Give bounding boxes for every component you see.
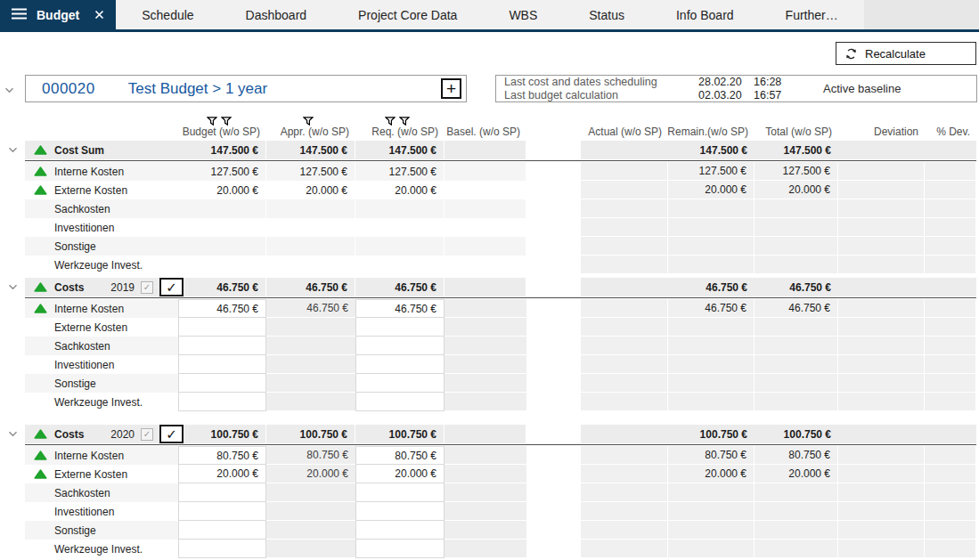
column-gap: [526, 540, 581, 558]
info-label: Last budget calculation: [504, 89, 698, 101]
approval-checkbox[interactable]: ✓: [159, 278, 184, 296]
cell-pdev: [925, 337, 976, 355]
expand-chevron-icon[interactable]: [8, 284, 18, 290]
recalculate-button[interactable]: Recalculate: [836, 42, 976, 65]
column-header-appr[interactable]: Appr. (w/o SP): [266, 107, 355, 141]
cell-total: 46.750 €: [755, 278, 838, 296]
column-gap: [526, 278, 581, 296]
cell-appr: 20.000 €: [266, 181, 355, 199]
tab-budget[interactable]: Budget: [0, 0, 116, 29]
cell-actual: [581, 521, 668, 540]
cell-budget[interactable]: [178, 318, 266, 337]
cell-req[interactable]: 20.000 €: [355, 465, 445, 483]
tab-status[interactable]: Status: [563, 0, 650, 29]
cell-req[interactable]: [355, 374, 445, 393]
column-header-req[interactable]: Req. (w/o SP): [355, 107, 445, 141]
project-info-grid: Last cost and dates scheduling 28.02.20 …: [504, 76, 796, 101]
cell-budget[interactable]: [178, 374, 266, 393]
column-header-total[interactable]: Total (w/o SP): [755, 107, 838, 141]
cell-deviation: [838, 465, 925, 483]
column-header-actual[interactable]: Actual (w/o SP): [581, 107, 668, 141]
hamburger-icon[interactable]: [12, 8, 27, 22]
project-name[interactable]: Test Budget > 1 year: [128, 80, 267, 98]
cell-actual: [581, 278, 668, 296]
column-label: Req. (w/o SP): [371, 126, 438, 138]
cell-req[interactable]: [355, 393, 445, 411]
cell-req[interactable]: [355, 355, 445, 374]
cell-req[interactable]: 80.750 €: [355, 446, 445, 465]
cell-req: [355, 256, 445, 274]
column-gap: [526, 483, 581, 502]
column-header-basel[interactable]: Basel. (w/o SP): [445, 107, 526, 141]
row-gutter: [0, 521, 25, 540]
row-gutter: [0, 181, 25, 199]
column-header-deviation[interactable]: Deviation: [838, 107, 925, 141]
tab-wbs[interactable]: WBS: [483, 0, 563, 29]
table-row: Sachkosten: [0, 483, 976, 502]
cell-total: 147.500 €: [755, 141, 838, 159]
cell-pdev: [925, 141, 976, 159]
baseline-checkbox[interactable]: ✓: [141, 428, 153, 441]
table-row: Sachkosten: [0, 337, 976, 355]
approval-checkbox[interactable]: ✓: [159, 425, 184, 443]
cell-req[interactable]: [355, 502, 445, 521]
row-gutter: [0, 337, 25, 355]
cell-req: [355, 218, 445, 237]
row-label: Werkzeuge Invest.: [54, 259, 143, 272]
cell-budget[interactable]: [178, 337, 266, 355]
cell-req[interactable]: 46.750 €: [355, 299, 445, 318]
column-gap: [526, 218, 581, 237]
expand-chevron-icon[interactable]: [8, 147, 18, 153]
cell-deviation: [838, 446, 925, 465]
cell-budget[interactable]: [178, 502, 266, 521]
column-header-remain[interactable]: Remain.(w/o SP): [668, 107, 755, 141]
cell-remain: 46.750 €: [668, 299, 755, 318]
colhead-label-spacer: [25, 107, 178, 141]
cell-appr: 100.750 €: [266, 425, 355, 443]
cell-total: [755, 318, 838, 337]
project-code[interactable]: 000020: [42, 80, 95, 98]
cell-budget[interactable]: [178, 483, 266, 502]
row-gutter: [0, 393, 25, 411]
column-gap: [526, 299, 581, 318]
cell-budget[interactable]: 80.750 €: [178, 446, 266, 465]
tab-schedule[interactable]: Schedule: [116, 0, 219, 29]
row-label: Sonstige: [54, 377, 96, 390]
app-tabbar: Budget ScheduleDashboardProject Core Dat…: [0, 0, 979, 32]
close-icon[interactable]: [94, 10, 104, 20]
column-label: Budget (w/o SP): [183, 126, 260, 138]
row-label: Cost Sum: [54, 144, 104, 157]
cost-group: Costs2019✓✓46.750 €46.750 €46.750 €46.75…: [0, 278, 976, 411]
tab-project-core-data[interactable]: Project Core Data: [332, 0, 483, 29]
cell-budget[interactable]: [178, 393, 266, 411]
cell-appr: [266, 540, 355, 558]
cell-budget[interactable]: [178, 540, 266, 558]
row-label-cell: Sonstige: [25, 374, 178, 393]
cell-req[interactable]: [355, 521, 445, 540]
column-header-budget[interactable]: Budget (w/o SP): [178, 107, 266, 141]
cell-req[interactable]: [355, 337, 445, 355]
cell-budget[interactable]: [178, 521, 266, 540]
cell-actual: [581, 237, 668, 256]
project-collapse-chevron-icon[interactable]: [4, 81, 14, 97]
tab-info-board[interactable]: Info Board: [650, 0, 760, 29]
cell-pdev: [925, 256, 976, 274]
cell-basel: [445, 393, 526, 411]
cell-budget[interactable]: 20.000 €: [178, 465, 266, 483]
cell-basel: [445, 278, 526, 296]
expand-chevron-icon[interactable]: [8, 431, 18, 437]
cell-req[interactable]: [355, 483, 445, 502]
cell-total: [755, 521, 838, 540]
column-header-pdev[interactable]: % Dev.: [925, 107, 976, 141]
cell-basel: [445, 521, 526, 540]
tab-dashboard[interactable]: Dashboard: [220, 0, 333, 29]
tab-further[interactable]: Further…: [760, 0, 864, 29]
baseline-checkbox[interactable]: ✓: [141, 281, 153, 294]
cell-basel: [445, 181, 526, 199]
cell-budget[interactable]: 46.750 €: [178, 299, 266, 318]
cell-req[interactable]: [355, 540, 445, 558]
cell-budget[interactable]: [178, 355, 266, 374]
row-gutter: [0, 299, 25, 318]
add-budget-button[interactable]: +: [441, 78, 461, 99]
cell-req[interactable]: [355, 318, 445, 337]
